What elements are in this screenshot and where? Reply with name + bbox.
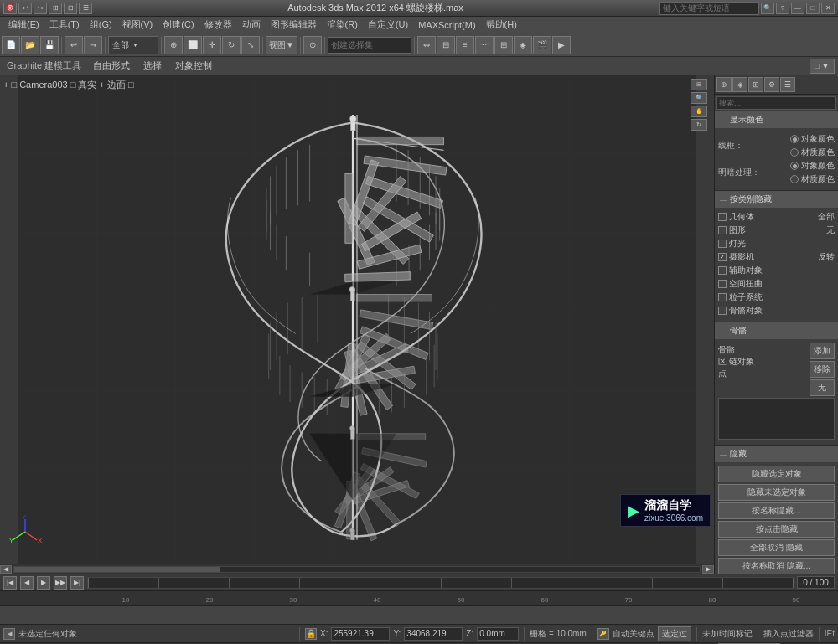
selection-set-input[interactable] xyxy=(328,37,411,54)
shading-obj-color[interactable]: 对象颜色 xyxy=(790,160,835,172)
pan-btn[interactable]: ✋ xyxy=(691,106,707,117)
open-btn[interactable]: 📂 xyxy=(21,36,39,54)
next-frame-btn[interactable]: ▶▶ xyxy=(54,576,67,590)
bones-listbox[interactable] xyxy=(718,398,835,440)
hide-category-header[interactable]: 按类别隐藏 xyxy=(715,191,838,208)
menu-animation[interactable]: 动画 xyxy=(237,17,266,33)
tb-extra3[interactable]: ☰ xyxy=(79,3,92,14)
search-input[interactable] xyxy=(659,2,759,15)
curve-editor-btn[interactable]: 〰 xyxy=(475,36,494,54)
frame-counter[interactable]: 0 / 100 xyxy=(797,576,835,589)
panel-search-input[interactable] xyxy=(716,96,836,110)
goto-end-btn[interactable]: ▶| xyxy=(70,576,84,590)
geom-checkbox-item[interactable]: 几何体 xyxy=(718,211,754,223)
select-btn[interactable]: ⊕ xyxy=(164,36,183,54)
particles-row[interactable]: 粒子系统 xyxy=(718,291,835,303)
tb-extra2[interactable]: ⊡ xyxy=(64,3,77,14)
menu-tools[interactable]: 工具(T) xyxy=(44,17,85,33)
freeform-tab[interactable]: 自由形式 xyxy=(88,58,135,74)
redo-btn[interactable]: ↪ xyxy=(34,3,47,14)
status-icon-left[interactable]: ◀ xyxy=(3,628,15,640)
scale-btn[interactable]: ⤡ xyxy=(241,36,260,54)
schematic-btn[interactable]: ⊞ xyxy=(494,36,513,54)
zoom-extents-btn[interactable]: ⊞ xyxy=(691,79,707,90)
menu-modifiers[interactable]: 修改器 xyxy=(199,17,237,33)
shading-mat-radio[interactable] xyxy=(790,175,799,183)
hide-section-header[interactable]: 隐藏 xyxy=(715,446,838,462)
panel-btn4[interactable]: ⚙ xyxy=(764,77,779,92)
bones-add-btn[interactable]: 添加 xyxy=(810,343,835,359)
horizontal-scrollbar[interactable]: ◀ ▶ xyxy=(0,564,714,574)
menu-render[interactable]: 渲染(R) xyxy=(322,17,363,33)
maximize-btn[interactable]: □ xyxy=(806,3,820,14)
wireframe-obj-radio[interactable] xyxy=(790,135,799,143)
helper-row[interactable]: 辅助对象 xyxy=(718,265,835,276)
help-icon[interactable]: ? xyxy=(776,3,789,14)
wireframe-obj-color[interactable]: 对象颜色 xyxy=(790,133,835,145)
z-input[interactable] xyxy=(477,627,519,641)
material-btn[interactable]: ◈ xyxy=(514,36,532,54)
save-btn[interactable]: 💾 xyxy=(40,36,59,54)
wireframe-mat-color[interactable]: 材质颜色 xyxy=(790,147,835,158)
menu-customize[interactable]: 自定义(U) xyxy=(363,17,413,33)
search-icon[interactable]: 🔍 xyxy=(761,3,774,14)
minimize-btn[interactable]: — xyxy=(791,3,804,14)
align-btn[interactable]: ⊟ xyxy=(437,36,455,54)
spacewarp-row[interactable]: 空间扭曲 xyxy=(718,278,835,290)
goto-start-btn[interactable]: |◀ xyxy=(3,576,17,590)
y-input[interactable] xyxy=(404,627,463,641)
display-colors-header[interactable]: 显示颜色 xyxy=(715,111,838,128)
geom-checkbox[interactable] xyxy=(718,213,727,221)
panel-btn3[interactable]: ⊞ xyxy=(748,77,763,92)
ref-coord-dropdown[interactable]: 视图▼ xyxy=(266,36,297,54)
menu-grapheditor[interactable]: 图形编辑器 xyxy=(266,17,322,33)
undo-tb[interactable]: ↩ xyxy=(65,36,83,54)
light-checkbox[interactable] xyxy=(718,240,727,248)
redo-tb[interactable]: ↪ xyxy=(84,36,102,54)
layer-btn[interactable]: ≡ xyxy=(456,36,474,54)
menu-edit[interactable]: 编辑(E) xyxy=(3,17,44,33)
bones-list-header[interactable]: 骨骼 xyxy=(715,322,838,339)
bones-remove-btn[interactable]: 移除 xyxy=(810,361,835,378)
camera-invert-btn[interactable]: 反转 xyxy=(818,251,835,263)
object-tab[interactable]: 对象控制 xyxy=(170,58,217,74)
scroll-right-btn[interactable]: ▶ xyxy=(702,565,714,574)
scroll-left-btn[interactable]: ◀ xyxy=(0,565,12,574)
particles-checkbox[interactable] xyxy=(718,293,727,301)
lock-icon[interactable]: 🔒 xyxy=(305,628,317,640)
shape-none-btn[interactable]: 无 xyxy=(826,224,835,236)
bones-checkbox[interactable] xyxy=(718,307,727,315)
unhide-by-name-btn[interactable]: 按名称取消 隐藏... xyxy=(718,558,835,574)
mirror-btn[interactable]: ⇔ xyxy=(417,36,436,54)
panel-btn5[interactable]: ☰ xyxy=(780,77,795,92)
select-region-btn[interactable]: ⬜ xyxy=(184,36,202,54)
tb-extra1[interactable]: ⊞ xyxy=(49,3,62,14)
spacewarp-checkbox[interactable] xyxy=(718,280,727,288)
menu-group[interactable]: 组(G) xyxy=(85,17,117,33)
new-btn[interactable]: 📄 xyxy=(2,36,20,54)
menu-maxscript[interactable]: MAXScript(M) xyxy=(413,18,480,32)
shape-checkbox[interactable] xyxy=(718,226,727,234)
select-filter-btn[interactable]: 选定过 xyxy=(658,626,691,641)
shading-mat-color[interactable]: 材质颜色 xyxy=(790,173,835,185)
select-tab[interactable]: 选择 xyxy=(138,58,167,74)
key-icon[interactable]: 🔑 xyxy=(597,628,609,640)
unhide-all-btn[interactable]: 全部取消 隐藏 xyxy=(718,539,835,556)
x-input[interactable] xyxy=(331,627,390,641)
hide-selected-btn[interactable]: 隐藏选定对象 xyxy=(718,466,835,482)
orbit-btn[interactable]: ↻ xyxy=(691,119,707,131)
wireframe-mat-radio[interactable] xyxy=(790,148,799,157)
timeline-scrubber[interactable] xyxy=(87,577,794,589)
camera-checkbox-item[interactable]: ✓ 摄影机 xyxy=(718,251,754,263)
camera-checkbox[interactable]: ✓ xyxy=(718,253,727,261)
light-checkbox-item[interactable]: 灯光 xyxy=(718,238,746,250)
bones-row[interactable]: 骨骼对象 xyxy=(718,305,835,317)
menu-create[interactable]: 创建(C) xyxy=(158,17,199,33)
scrollbar-thumb-h[interactable] xyxy=(14,567,220,572)
pivot-btn[interactable]: ⊙ xyxy=(303,36,322,54)
zoom-btn[interactable]: 🔍 xyxy=(691,92,707,104)
shading-obj-radio[interactable] xyxy=(790,162,799,170)
viewport[interactable]: + □ Camera003 □ 真实 + 边面 □ ⊞ 🔍 ✋ ↻ X Y Z xyxy=(0,75,714,564)
play-btn[interactable]: ▶ xyxy=(37,576,50,590)
menu-view[interactable]: 视图(V) xyxy=(117,17,158,33)
